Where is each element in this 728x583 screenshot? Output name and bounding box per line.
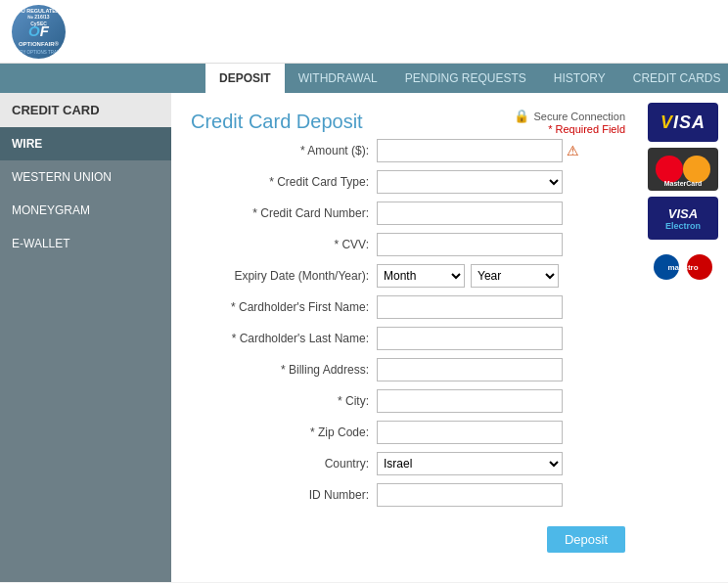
logo-circle: EU REGULATED№ 216/13CySEC OF OPTIONFAIR®… <box>12 5 66 59</box>
logo-optionfair: OPTIONFAIR® <box>19 41 59 47</box>
card-type-row: * Credit Card Type: Visa MasterCard Visa… <box>191 170 625 194</box>
warning-icon: ⚠ <box>567 143 579 158</box>
card-number-label: * Credit Card Number: <box>191 206 377 220</box>
tab-pending[interactable]: PENDING REQUESTS <box>391 64 540 93</box>
year-select[interactable]: Year 2024202520262027 202820292030 <box>471 264 559 288</box>
secure-area: 🔒 Secure Connection * Required Field <box>514 109 625 135</box>
cvv-label: * CVV: <box>191 238 377 251</box>
first-name-row: * Cardholder's First Name: <box>191 295 625 319</box>
country-select[interactable]: Israel United States United Kingdom Germ… <box>377 452 563 475</box>
zip-row: * Zip Code: <box>191 421 625 444</box>
city-input[interactable] <box>377 389 563 413</box>
card-number-row: * Credit Card Number: <box>191 202 625 225</box>
mastercard-text: MasterCard <box>648 180 718 187</box>
tab-withdrawal[interactable]: WITHDRAWAL <box>285 64 391 93</box>
expiry-row: Expiry Date (Month/Year): Month 01020304… <box>191 264 625 288</box>
card-type-select[interactable]: Visa MasterCard Visa Electron Maestro <box>377 170 563 194</box>
id-input[interactable] <box>377 483 563 507</box>
form-title: Credit Card Deposit <box>191 111 363 133</box>
form-area: * Amount ($): ⚠ * Credit Card Type: Visa… <box>191 139 708 553</box>
tab-deposit[interactable]: DEPOSIT <box>205 64 285 93</box>
mc-red-circle <box>656 156 683 183</box>
cvv-input[interactable] <box>377 233 563 256</box>
nav-tabs: DEPOSIT WITHDRAWAL PENDING REQUESTS HIST… <box>0 64 728 93</box>
sidebar-item-moneygram[interactable]: MONEYGRAM <box>0 194 171 227</box>
billing-input[interactable] <box>377 358 563 381</box>
card-type-label: * Credit Card Type: <box>191 175 377 189</box>
deposit-btn-row: Deposit <box>191 516 625 553</box>
expiry-label: Expiry Date (Month/Year): <box>191 269 377 283</box>
sidebar-item-ewallet[interactable]: E-WALLET <box>0 227 171 260</box>
last-name-input[interactable] <box>377 327 563 350</box>
last-name-row: * Cardholder's Last Name: <box>191 327 625 350</box>
amount-input[interactable] <box>377 139 563 162</box>
logo-area: EU REGULATED№ 216/13CySEC OF OPTIONFAIR®… <box>12 5 66 59</box>
secure-row: 🔒 Secure Connection <box>514 109 625 123</box>
amount-row: * Amount ($): ⚠ <box>191 139 625 162</box>
zip-input[interactable] <box>377 421 563 444</box>
billing-row: * Billing Address: <box>191 358 625 381</box>
visa-logo: VISA <box>648 103 718 142</box>
maestro-logo: maestro <box>648 246 718 289</box>
mc-orange-circle <box>683 156 710 183</box>
main-layout: CREDIT CARD WIRE WESTERN UNION MONEYGRAM… <box>0 93 728 582</box>
mastercard-logo: MasterCard <box>648 148 718 191</box>
amount-label: * Amount ($): <box>191 144 377 157</box>
logo-of: OF <box>28 22 49 39</box>
card-number-input[interactable] <box>377 202 563 225</box>
first-name-input[interactable] <box>377 295 563 319</box>
id-label: ID Number: <box>191 488 377 502</box>
id-row: ID Number: <box>191 483 625 507</box>
maestro-text: maestro <box>667 263 698 272</box>
month-select[interactable]: Month 01020304 05060708 09101112 <box>377 264 465 288</box>
sidebar-title: CREDIT CARD <box>0 93 171 127</box>
ve-visa-text: VISA <box>668 206 698 221</box>
required-field-label: * Required Field <box>548 123 625 135</box>
country-row: Country: Israel United States United Kin… <box>191 452 625 475</box>
logo-binary: BINARY OPTIONS TRADING <box>12 50 66 55</box>
city-label: * City: <box>191 394 377 408</box>
content-area: VISA MasterCard VISA Electron maestro <box>171 93 728 582</box>
visa-text: VISA <box>660 112 705 133</box>
secure-label: Secure Connection <box>533 111 625 122</box>
billing-label: * Billing Address: <box>191 363 377 377</box>
maestro-inner: maestro <box>654 249 712 285</box>
card-logos: VISA MasterCard VISA Electron maestro <box>648 103 718 289</box>
cvv-row: * CVV: <box>191 233 625 256</box>
lock-icon: 🔒 <box>514 109 529 123</box>
city-row: * City: <box>191 389 625 413</box>
zip-label: * Zip Code: <box>191 426 377 439</box>
tab-credit-cards[interactable]: CREDIT CARDS <box>619 64 728 93</box>
deposit-button[interactable]: Deposit <box>547 526 625 553</box>
last-name-label: * Cardholder's Last Name: <box>191 332 377 345</box>
ve-electron-text: Electron <box>665 221 701 231</box>
header: EU REGULATED№ 216/13CySEC OF OPTIONFAIR®… <box>0 0 728 64</box>
country-label: Country: <box>191 457 377 471</box>
sidebar-item-wire[interactable]: WIRE <box>0 127 171 160</box>
visa-electron-logo: VISA Electron <box>648 197 718 240</box>
sidebar: CREDIT CARD WIRE WESTERN UNION MONEYGRAM… <box>0 93 171 582</box>
tab-history[interactable]: HISTORY <box>540 64 619 93</box>
sidebar-item-western-union[interactable]: WESTERN UNION <box>0 160 171 194</box>
first-name-label: * Cardholder's First Name: <box>191 300 377 314</box>
form-title-row: Credit Card Deposit 🔒 Secure Connection … <box>191 109 708 135</box>
expiry-selects: Month 01020304 05060708 09101112 Year 20… <box>377 264 559 288</box>
